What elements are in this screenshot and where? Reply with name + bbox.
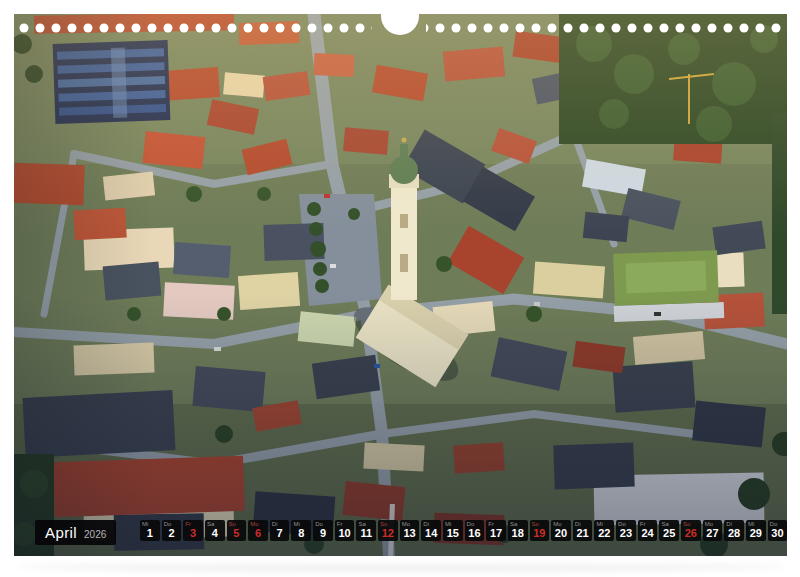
day-number: 18 <box>508 528 528 539</box>
day-cell: Fr24 <box>638 520 658 541</box>
day-cell: Di14 <box>421 520 441 541</box>
day-cell: Mi29 <box>746 520 766 541</box>
day-number: 20 <box>551 528 571 539</box>
day-number: 10 <box>335 528 355 539</box>
day-number: 11 <box>356 528 376 539</box>
calendar-photo: April 2026 Mi1 Do2 Fr3 Sa4 So5 Mo6 Di7 M… <box>14 14 787 556</box>
day-number: 17 <box>486 528 506 539</box>
day-cell: Mo6 <box>248 520 268 541</box>
day-cell: So12 <box>378 520 398 541</box>
day-cell: Mi1 <box>140 520 160 541</box>
day-number: 5 <box>227 528 247 539</box>
day-number: 26 <box>681 528 701 539</box>
day-cell: Mo13 <box>400 520 420 541</box>
day-cell: Di28 <box>724 520 744 541</box>
day-cell: Sa4 <box>205 520 225 541</box>
month-label: April <box>45 520 77 545</box>
day-number: 15 <box>443 528 463 539</box>
day-cell: Mo20 <box>551 520 571 541</box>
day-cell: Do2 <box>162 520 182 541</box>
day-cell: Do23 <box>616 520 636 541</box>
day-cell: Do16 <box>465 520 485 541</box>
day-number: 13 <box>400 528 420 539</box>
day-cell: So19 <box>530 520 550 541</box>
year-label: 2026 <box>84 529 106 540</box>
day-number: 29 <box>746 528 766 539</box>
day-number: 2 <box>162 528 182 539</box>
month-label-bar: April 2026 <box>35 520 116 545</box>
day-number: 4 <box>205 528 225 539</box>
day-number: 1 <box>140 528 160 539</box>
day-cell: Mi22 <box>594 520 614 541</box>
day-cell: So26 <box>681 520 701 541</box>
day-cell: Mi8 <box>291 520 311 541</box>
day-number: 27 <box>703 528 723 539</box>
day-cell: Do9 <box>313 520 333 541</box>
day-cell: Fr17 <box>486 520 506 541</box>
day-number: 19 <box>530 528 550 539</box>
day-number: 30 <box>768 528 787 539</box>
day-number: 14 <box>421 528 441 539</box>
day-cell: Sa25 <box>659 520 679 541</box>
day-number: 24 <box>638 528 658 539</box>
day-cell: Do30 <box>768 520 787 541</box>
calendar-page: April 2026 Mi1 Do2 Fr3 Sa4 So5 Mo6 Di7 M… <box>0 0 800 577</box>
day-number: 12 <box>378 528 398 539</box>
day-number: 16 <box>465 528 485 539</box>
aerial-town-illustration <box>14 14 787 556</box>
day-cell: Di7 <box>270 520 290 541</box>
day-number: 23 <box>616 528 636 539</box>
day-cell: Sa11 <box>356 520 376 541</box>
day-number: 22 <box>594 528 614 539</box>
day-number: 25 <box>659 528 679 539</box>
day-cell: Fr10 <box>335 520 355 541</box>
day-number: 6 <box>248 528 268 539</box>
day-number: 9 <box>313 528 333 539</box>
day-cell: So5 <box>227 520 247 541</box>
day-number: 8 <box>291 528 311 539</box>
day-cell: Mi15 <box>443 520 463 541</box>
page-edge-shadow <box>18 562 786 571</box>
day-number: 21 <box>573 528 593 539</box>
day-number: 3 <box>183 528 203 539</box>
day-number: 28 <box>724 528 744 539</box>
day-cell: Sa18 <box>508 520 528 541</box>
day-cell: Fr3 <box>183 520 203 541</box>
day-cell: Di21 <box>573 520 593 541</box>
day-cell: Mo27 <box>703 520 723 541</box>
day-number: 7 <box>270 528 290 539</box>
calendar-strip: Mi1 Do2 Fr3 Sa4 So5 Mo6 Di7 Mi8 Do9 Fr10… <box>140 520 787 541</box>
